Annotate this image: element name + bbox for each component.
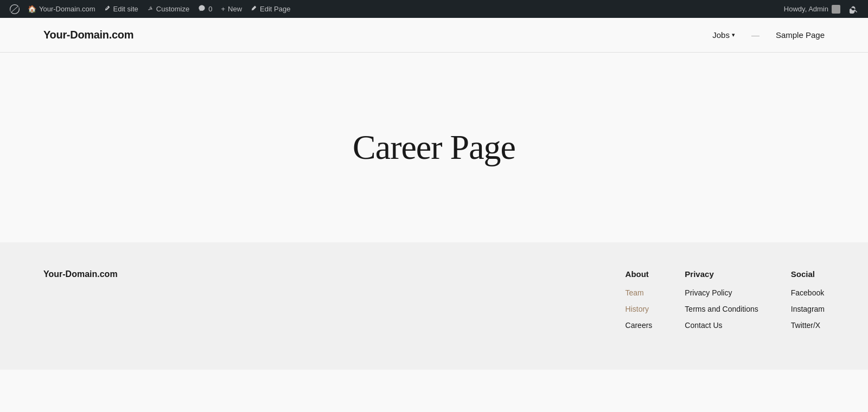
page-title: Career Page	[353, 127, 515, 168]
footer-col-about-title: About	[626, 269, 653, 279]
footer-col-social-title: Social	[791, 269, 825, 279]
site-footer: Your-Domain.com About Team History Caree…	[0, 242, 868, 370]
admin-bar-your-domain[interactable]: 🏠 Your-Domain.com	[23, 0, 100, 18]
footer-brand: Your-Domain.com	[43, 269, 260, 337]
main-content: Career Page	[0, 53, 868, 242]
admin-bar-new[interactable]: + New	[216, 0, 246, 18]
admin-search-button[interactable]	[845, 0, 863, 18]
admin-bar-right: Howdy, Admin	[780, 0, 863, 18]
howdy-label: Howdy, Admin	[784, 5, 828, 13]
footer-link-terms[interactable]: Terms and Conditions	[685, 305, 758, 313]
footer-link-instagram[interactable]: Instagram	[791, 305, 825, 313]
admin-bar-edit-page[interactable]: Edit Page	[246, 0, 295, 18]
site-nav: Jobs ▾ — Sample Page	[712, 30, 825, 40]
site-header: Your-Domain.com Jobs ▾ — Sample Page	[0, 18, 868, 53]
nav-divider: —	[751, 30, 760, 40]
nav-item-jobs[interactable]: Jobs ▾	[712, 30, 735, 40]
howdy-menu[interactable]: Howdy, Admin	[780, 0, 845, 18]
footer-link-contact[interactable]: Contact Us	[685, 321, 758, 330]
footer-link-careers[interactable]: Careers	[626, 321, 653, 330]
footer-brand-name: Your-Domain.com	[43, 269, 260, 279]
footer-link-privacy-policy[interactable]: Privacy Policy	[685, 288, 758, 297]
user-avatar	[832, 5, 840, 14]
edit-page-icon	[251, 5, 257, 13]
footer-link-history[interactable]: History	[626, 305, 653, 313]
site-wrapper: Your-Domain.com Jobs ▾ — Sample Page Car…	[0, 18, 868, 412]
footer-link-facebook[interactable]: Facebook	[791, 288, 825, 297]
wordpress-logo[interactable]	[5, 0, 23, 18]
edit-site-icon	[104, 5, 111, 13]
customize-icon	[147, 5, 154, 13]
footer-col-social: Social Facebook Instagram Twitter/X	[791, 269, 825, 337]
footer-columns: About Team History Careers Privacy Priva…	[282, 269, 825, 337]
footer-col-privacy-title: Privacy	[685, 269, 758, 279]
nav-item-sample-page[interactable]: Sample Page	[776, 30, 825, 40]
admin-bar: 🏠 Your-Domain.com Edit site Customize 0 …	[0, 0, 868, 18]
admin-bar-edit-site[interactable]: Edit site	[100, 0, 143, 18]
chevron-down-icon: ▾	[732, 31, 735, 38]
footer-link-twitter[interactable]: Twitter/X	[791, 321, 825, 330]
comments-count: 0	[208, 5, 212, 13]
site-logo: Your-Domain.com	[43, 29, 133, 41]
footer-link-team[interactable]: Team	[626, 288, 653, 297]
footer-col-about: About Team History Careers	[626, 269, 653, 337]
footer-col-privacy: Privacy Privacy Policy Terms and Conditi…	[685, 269, 758, 337]
admin-bar-customize[interactable]: Customize	[143, 0, 194, 18]
admin-bar-comments[interactable]: 0	[194, 0, 216, 18]
home-icon: 🏠	[28, 5, 36, 13]
comments-icon	[198, 4, 206, 14]
plus-icon: +	[221, 5, 225, 13]
